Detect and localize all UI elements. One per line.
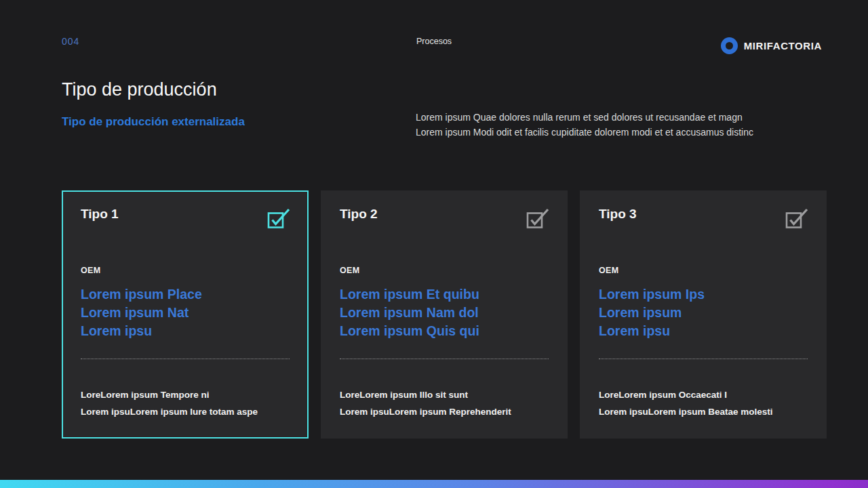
card-link[interactable]: Lorem ipsum Et quibu <box>340 285 550 304</box>
page-subtitle-link[interactable]: Tipo de producción externalizada <box>62 115 245 129</box>
section-label: OEM <box>340 266 550 275</box>
card-links: Lorem ipsum Et quibu Lorem ipsum Nam dol… <box>340 285 550 340</box>
breadcrumb: Procesos <box>416 37 452 46</box>
card-link[interactable]: Lorem ipsum <box>599 304 809 322</box>
footer-line: LoreLorem ipsum Occaecati I <box>599 387 809 404</box>
bottom-gradient-bar <box>0 480 868 488</box>
section-label: OEM <box>599 266 809 275</box>
card-header: Tipo 3 <box>599 207 809 229</box>
card-link[interactable]: Lorem ipsu <box>599 322 809 340</box>
card-link[interactable]: Lorem ipsu <box>81 322 291 340</box>
card-list: Tipo 1 OEM Lorem ipsum Place Lorem ipsum… <box>62 190 827 439</box>
divider <box>340 359 549 359</box>
brand-name: MIRIFACTORIA <box>744 40 822 52</box>
card-link[interactable]: Lorem ipsum Place <box>81 285 291 304</box>
divider <box>599 359 808 359</box>
card-link[interactable]: Lorem ipsum Nat <box>81 304 291 322</box>
footer-line: LoreLorem ipsum Illo sit sunt <box>340 387 550 404</box>
card-title: Tipo 3 <box>599 207 637 222</box>
card-link[interactable]: Lorem ipsum Nam dol <box>340 304 550 322</box>
divider <box>81 359 290 359</box>
card-title: Tipo 2 <box>340 207 378 222</box>
slide-procesos: 004 Procesos MIRIFACTORIA Tipo de produc… <box>0 0 868 488</box>
description: Lorem ipsum Quae dolores nulla rerum et … <box>416 110 753 140</box>
brand: MIRIFACTORIA <box>721 37 822 54</box>
card-footer: LoreLorem ipsum Illo sit sunt Lorem ipsu… <box>340 387 550 420</box>
card-title: Tipo 1 <box>81 207 119 222</box>
checkbox-unchecked-icon[interactable] <box>526 207 550 229</box>
description-line: Lorem ipsum Quae dolores nulla rerum et … <box>416 110 753 125</box>
footer-line: Lorem ipsuLorem ipsum Iure totam aspe <box>81 404 291 421</box>
card-tipo-1[interactable]: Tipo 1 OEM Lorem ipsum Place Lorem ipsum… <box>62 190 309 439</box>
card-footer: LoreLorem ipsum Tempore ni Lorem ipsuLor… <box>81 387 291 420</box>
footer-line: LoreLorem ipsum Tempore ni <box>81 387 291 404</box>
card-footer: LoreLorem ipsum Occaecati I Lorem ipsuLo… <box>599 387 809 420</box>
page-number: 004 <box>62 36 79 47</box>
checkbox-checked-icon[interactable] <box>267 207 291 229</box>
card-tipo-2[interactable]: Tipo 2 OEM Lorem ipsum Et quibu Lorem ip… <box>321 190 568 439</box>
card-header: Tipo 1 <box>81 207 291 229</box>
footer-line: Lorem ipsuLorem ipsum Reprehenderit <box>340 404 550 421</box>
description-line: Lorem ipsum Modi odit et facilis cupidit… <box>416 125 753 140</box>
page-title: Tipo de producción <box>62 79 217 100</box>
checkbox-unchecked-icon[interactable] <box>785 207 809 229</box>
footer-line: Lorem ipsuLorem ipsum Beatae molesti <box>599 404 809 421</box>
card-header: Tipo 2 <box>340 207 550 229</box>
card-link[interactable]: Lorem ipsum Ips <box>599 285 809 304</box>
section-label: OEM <box>81 266 291 275</box>
card-link[interactable]: Lorem ipsum Quis qui <box>340 322 550 340</box>
card-links: Lorem ipsum Place Lorem ipsum Nat Lorem … <box>81 285 291 340</box>
card-links: Lorem ipsum Ips Lorem ipsum Lorem ipsu <box>599 285 809 340</box>
brand-logo-ring-icon <box>721 37 738 54</box>
card-tipo-3[interactable]: Tipo 3 OEM Lorem ipsum Ips Lorem ipsum L… <box>580 190 827 439</box>
